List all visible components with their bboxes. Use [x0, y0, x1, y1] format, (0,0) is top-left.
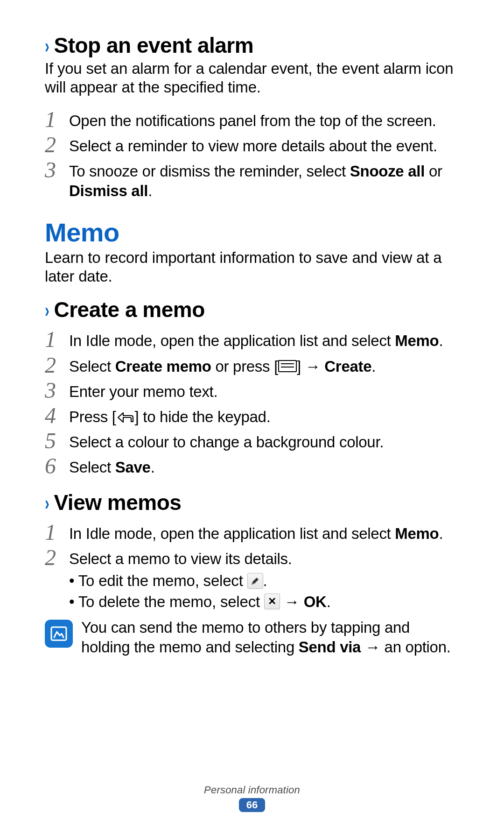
text-fragment: . [148, 182, 152, 199]
heading-text: Stop an event alarm [54, 33, 254, 58]
intro-stop-event-alarm: If you set an alarm for a calendar event… [45, 59, 459, 97]
text-fragment: . [151, 459, 155, 476]
bold-text: Send via [299, 638, 361, 656]
text-fragment: . [371, 358, 376, 375]
text-fragment: → an option. [361, 638, 450, 656]
text-fragment: In Idle mode, open the application list … [69, 525, 395, 542]
text-fragment: To edit the memo, select [78, 572, 247, 589]
menu-key-icon [278, 360, 297, 372]
heading-text: View memos [54, 490, 182, 516]
text-fragment: To delete the memo, select [78, 593, 264, 610]
text-fragment: Press [ [69, 408, 116, 425]
text-fragment: . [439, 332, 443, 349]
step-text: To snooze or dismiss the reminder, selec… [69, 159, 459, 201]
step-number: 2 [45, 546, 69, 569]
step-1-open-memo-app: 1 In Idle mode, open the application lis… [45, 328, 459, 351]
step-number: 3 [45, 159, 69, 181]
note-text: You can send the memo to others by tappi… [81, 618, 459, 657]
text-fragment: ] to hide the keypad. [135, 408, 271, 425]
step-number: 4 [45, 404, 69, 427]
text-fragment: → [280, 593, 304, 610]
step-text: In Idle mode, open the application list … [69, 328, 443, 351]
text-fragment: or [425, 163, 442, 180]
page-footer: Personal information 66 [0, 784, 504, 812]
step-text: Select a reminder to view more details a… [69, 134, 437, 156]
note-send-via: You can send the memo to others by tappi… [45, 618, 459, 657]
step-2-select-reminder: 2 Select a reminder to view more details… [45, 134, 459, 156]
bold-text: Snooze all [350, 163, 425, 180]
bold-text: Memo [395, 525, 439, 542]
step-text: Open the notifications panel from the to… [69, 108, 436, 131]
step-6-save: 6 Select Save. [45, 455, 459, 477]
step-1-open-memo-app-view: 1 In Idle mode, open the application lis… [45, 521, 459, 544]
step-text: In Idle mode, open the application list … [69, 521, 443, 544]
manual-page: › Stop an event alarm If you set an alar… [0, 0, 504, 827]
step-number: 1 [45, 108, 69, 131]
text-fragment: . [263, 572, 267, 589]
text-fragment: In Idle mode, open the application list … [69, 332, 395, 349]
bullet-edit-memo: To edit the memo, select . [69, 571, 331, 591]
bold-text: Create [324, 358, 371, 375]
chevron-right-icon: › [45, 35, 49, 58]
step-number: 1 [45, 521, 69, 544]
step-text: Press [] to hide the keypad. [69, 404, 271, 427]
step-4-hide-keypad: 4 Press [] to hide the keypad. [45, 404, 459, 427]
bold-text: Memo [395, 332, 439, 349]
step-text: Select Create memo or press [] → Create. [69, 354, 376, 376]
step-2-create-memo: 2 Select Create memo or press [] → Creat… [45, 354, 459, 376]
heading-view-memos: › View memos [45, 490, 459, 516]
heading-create-memo: › Create a memo [45, 297, 459, 323]
step-text: Select a colour to change a background c… [69, 430, 384, 452]
section-title-memo: Memo [45, 217, 459, 247]
text-fragment: or press [ [211, 358, 278, 375]
step-number: 1 [45, 328, 69, 351]
text-line: Select a memo to view its details. [69, 549, 331, 569]
text-fragment: ] → [297, 358, 324, 375]
bold-text: OK [304, 593, 327, 610]
step-number: 2 [45, 134, 69, 156]
step-number: 3 [45, 379, 69, 402]
delete-icon: ✕ [264, 594, 280, 609]
text-fragment: To snooze or dismiss the reminder, selec… [69, 163, 350, 180]
footer-page-number: 66 [239, 798, 265, 812]
text-fragment: . [327, 593, 331, 610]
step-2-select-memo: 2 Select a memo to view its details. To … [45, 546, 459, 612]
heading-text: Create a memo [54, 297, 205, 323]
bullet-delete-memo: To delete the memo, select ✕ → OK. [69, 592, 331, 612]
step-number: 6 [45, 455, 69, 477]
step-3-snooze-dismiss: 3 To snooze or dismiss the reminder, sel… [45, 159, 459, 201]
intro-memo: Learn to record important information to… [45, 248, 459, 286]
footer-section-label: Personal information [0, 784, 504, 796]
step-number: 2 [45, 354, 69, 376]
edit-icon [247, 573, 263, 589]
step-number: 5 [45, 430, 69, 452]
back-key-icon [116, 410, 135, 424]
step-1-open-notifications: 1 Open the notifications panel from the … [45, 108, 459, 131]
chevron-right-icon: › [45, 492, 49, 515]
bold-text: Save [115, 459, 151, 476]
text-fragment: Select [69, 459, 115, 476]
step-text: Select Save. [69, 455, 155, 477]
step-text: Select a memo to view its details. To ed… [69, 546, 331, 612]
step-text: Enter your memo text. [69, 379, 217, 402]
bold-text: Create memo [115, 358, 211, 375]
bold-text: Dismiss all [69, 182, 148, 199]
heading-stop-event-alarm: › Stop an event alarm [45, 33, 459, 58]
step-5-select-colour: 5 Select a colour to change a background… [45, 430, 459, 452]
note-icon [45, 620, 73, 648]
text-fragment: . [439, 525, 443, 542]
step-3-enter-memo-text: 3 Enter your memo text. [45, 379, 459, 402]
chevron-right-icon: › [45, 299, 49, 322]
text-fragment: Select [69, 358, 115, 375]
